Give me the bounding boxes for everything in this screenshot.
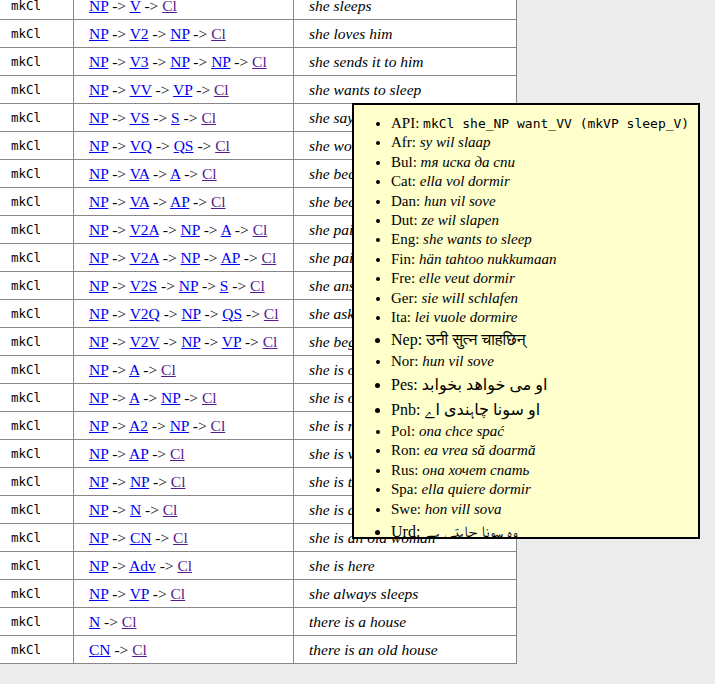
- category-link[interactable]: VQ: [130, 137, 152, 154]
- arrow-text: ->: [148, 445, 170, 462]
- category-link[interactable]: NP: [89, 557, 108, 574]
- category-link[interactable]: NP: [89, 109, 108, 126]
- language-code: Bul:: [391, 154, 421, 170]
- category-link[interactable]: Cl: [211, 193, 226, 210]
- category-link[interactable]: VP: [173, 81, 192, 98]
- function-name-cell: mkCl: [0, 76, 74, 104]
- category-link[interactable]: Cl: [252, 53, 267, 70]
- category-link[interactable]: Cl: [215, 137, 230, 154]
- category-link[interactable]: VA: [130, 165, 150, 182]
- category-link[interactable]: V2: [130, 25, 149, 42]
- category-link[interactable]: NP: [89, 333, 108, 350]
- category-link[interactable]: Cl: [161, 361, 176, 378]
- category-link[interactable]: V2Q: [130, 305, 160, 322]
- category-link[interactable]: NP: [89, 81, 108, 98]
- category-link[interactable]: NP: [89, 529, 108, 546]
- rule-cell: NP -> N -> Cl: [74, 496, 294, 524]
- category-link[interactable]: NP: [89, 221, 108, 238]
- category-link[interactable]: Cl: [163, 501, 178, 518]
- category-link[interactable]: Cl: [201, 109, 216, 126]
- category-link[interactable]: A: [221, 221, 231, 238]
- category-link[interactable]: Cl: [122, 613, 137, 630]
- category-link[interactable]: CN: [89, 641, 111, 658]
- category-link[interactable]: NP: [89, 165, 108, 182]
- arrow-text: ->: [240, 249, 262, 266]
- category-link[interactable]: NP: [181, 249, 200, 266]
- category-link[interactable]: NP: [89, 501, 108, 518]
- category-link[interactable]: Cl: [253, 221, 268, 238]
- category-link[interactable]: NP: [89, 25, 108, 42]
- category-link[interactable]: V2S: [130, 277, 158, 294]
- category-link[interactable]: A: [170, 165, 180, 182]
- category-link[interactable]: Cl: [211, 417, 226, 434]
- category-link[interactable]: Cl: [171, 585, 186, 602]
- category-link[interactable]: V3: [130, 53, 149, 70]
- category-link[interactable]: NP: [89, 249, 108, 266]
- category-link[interactable]: NP: [89, 137, 108, 154]
- category-link[interactable]: N: [130, 501, 141, 518]
- category-link[interactable]: NP: [89, 473, 108, 490]
- category-link[interactable]: Cl: [162, 0, 177, 14]
- category-link[interactable]: Cl: [171, 473, 186, 490]
- category-link[interactable]: NP: [179, 277, 198, 294]
- category-link[interactable]: Cl: [250, 277, 265, 294]
- category-link[interactable]: V: [130, 0, 141, 14]
- category-link[interactable]: NP: [130, 473, 149, 490]
- category-link[interactable]: NP: [211, 53, 230, 70]
- category-link[interactable]: Cl: [214, 81, 229, 98]
- category-link[interactable]: Cl: [170, 445, 185, 462]
- category-link[interactable]: S: [171, 109, 180, 126]
- category-link[interactable]: NP: [89, 389, 108, 406]
- category-link[interactable]: VS: [130, 109, 150, 126]
- translation-item: Pes: او می خواهد بخوابد: [391, 372, 694, 397]
- category-link[interactable]: NP: [181, 305, 200, 322]
- category-link[interactable]: A2: [129, 417, 148, 434]
- category-link[interactable]: A: [129, 361, 139, 378]
- category-link[interactable]: VA: [130, 193, 150, 210]
- category-link[interactable]: NP: [89, 193, 108, 210]
- category-link[interactable]: AP: [170, 193, 189, 210]
- category-link[interactable]: Cl: [202, 389, 217, 406]
- category-link[interactable]: V2A: [130, 249, 159, 266]
- category-link[interactable]: A: [129, 389, 139, 406]
- table-row: mkClNP -> Adv -> Clshe is here: [0, 552, 517, 580]
- category-link[interactable]: V2A: [130, 221, 159, 238]
- translation-tooltip: API: mkCl she_NP want_VV (mkVP sleep_V)A…: [352, 103, 700, 539]
- category-link[interactable]: Adv: [129, 557, 156, 574]
- category-link[interactable]: Cl: [173, 529, 188, 546]
- category-link[interactable]: VP: [130, 585, 149, 602]
- category-link[interactable]: NP: [170, 25, 189, 42]
- function-name-cell: mkCl: [0, 104, 74, 132]
- category-link[interactable]: VV: [130, 81, 152, 98]
- category-link[interactable]: NP: [181, 221, 200, 238]
- category-link[interactable]: CN: [130, 529, 152, 546]
- category-link[interactable]: Cl: [177, 557, 192, 574]
- category-link[interactable]: NP: [170, 417, 189, 434]
- category-link[interactable]: VP: [222, 333, 241, 350]
- category-link[interactable]: V2V: [130, 333, 160, 350]
- category-link[interactable]: Cl: [211, 25, 226, 42]
- category-link[interactable]: NP: [161, 389, 180, 406]
- category-link[interactable]: NP: [89, 445, 108, 462]
- category-link[interactable]: AP: [221, 249, 240, 266]
- category-link[interactable]: NP: [89, 361, 108, 378]
- category-link[interactable]: Cl: [132, 641, 147, 658]
- category-link[interactable]: Cl: [262, 249, 277, 266]
- rule-cell: NP -> VP -> Cl: [74, 580, 294, 608]
- category-link[interactable]: Cl: [263, 333, 278, 350]
- category-link[interactable]: Cl: [264, 305, 279, 322]
- category-link[interactable]: NP: [89, 585, 108, 602]
- category-link[interactable]: QS: [222, 305, 242, 322]
- category-link[interactable]: NP: [89, 305, 108, 322]
- category-link[interactable]: AP: [129, 445, 148, 462]
- category-link[interactable]: Cl: [202, 165, 217, 182]
- category-link[interactable]: N: [89, 613, 100, 630]
- category-link[interactable]: NP: [181, 333, 200, 350]
- category-link[interactable]: NP: [89, 277, 108, 294]
- arrow-text: ->: [149, 193, 170, 210]
- category-link[interactable]: QS: [174, 137, 194, 154]
- category-link[interactable]: NP: [89, 53, 108, 70]
- category-link[interactable]: NP: [170, 53, 189, 70]
- category-link[interactable]: NP: [89, 417, 108, 434]
- category-link[interactable]: NP: [89, 0, 108, 14]
